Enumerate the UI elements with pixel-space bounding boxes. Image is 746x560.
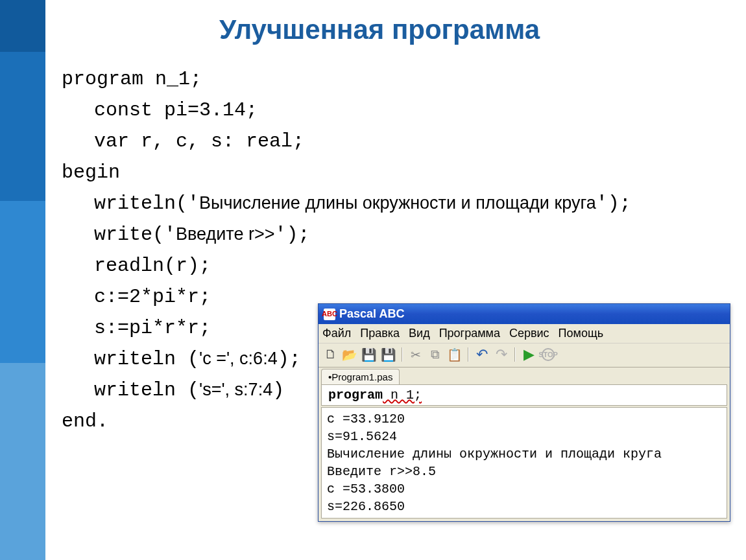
- editor-tabbar: •Program1.pas: [319, 368, 730, 384]
- menu-edit[interactable]: Правка: [360, 327, 400, 340]
- copy-button[interactable]: ⧉: [426, 346, 444, 363]
- window-title: Pascal ABC: [339, 307, 404, 321]
- toolbar: 🗋 📂 💾 💾 ✂ ⧉ 📋 ↶ ↷ ▶ STOP: [319, 343, 730, 368]
- copy-icon: ⧉: [431, 347, 440, 362]
- code-line: write('Введите r>>');: [62, 219, 717, 250]
- run-button[interactable]: ▶: [520, 346, 538, 363]
- code-line: const pi=3.14;: [62, 95, 717, 126]
- code-line: var r, c, s: real;: [62, 126, 717, 157]
- redo-icon: ↷: [496, 346, 507, 363]
- toolbar-separator: [514, 347, 516, 362]
- redo-button[interactable]: ↷: [492, 346, 511, 363]
- code-line: begin: [62, 157, 717, 188]
- stop-button[interactable]: STOP: [539, 346, 557, 363]
- cut-button[interactable]: ✂: [407, 346, 425, 363]
- menu-help[interactable]: Помощь: [559, 327, 604, 340]
- menu-program[interactable]: Программа: [439, 327, 500, 340]
- menu-view[interactable]: Вид: [409, 327, 430, 340]
- save-all-button[interactable]: 💾: [379, 346, 398, 363]
- floppy-stack-icon: 💾: [381, 347, 396, 362]
- app-icon: ABC: [324, 309, 335, 320]
- save-button[interactable]: 💾: [360, 346, 378, 363]
- program-output: c =33.9120 s=91.5624 Вычисление длины ок…: [321, 407, 727, 519]
- undo-icon: ↶: [476, 346, 488, 363]
- pascal-abc-window: ABC Pascal ABC Файл Правка Вид Программа…: [318, 303, 730, 522]
- editor-tab[interactable]: •Program1.pas: [321, 369, 400, 384]
- editor-keyword: program: [328, 388, 383, 402]
- menu-service[interactable]: Сервис: [509, 327, 549, 340]
- new-file-icon: 🗋: [324, 347, 337, 362]
- editor-text: n 1;: [383, 388, 422, 402]
- menu-file[interactable]: Файл: [322, 327, 351, 340]
- left-accent-stripe: [0, 0, 45, 560]
- menubar: Файл Правка Вид Программа Сервис Помощь: [319, 324, 730, 343]
- code-line: readln(r);: [62, 250, 717, 281]
- clipboard-icon: 📋: [447, 347, 463, 362]
- new-file-button[interactable]: 🗋: [321, 346, 339, 363]
- paste-button[interactable]: 📋: [446, 346, 464, 363]
- floppy-icon: 💾: [361, 347, 377, 362]
- toolbar-separator: [402, 347, 403, 362]
- undo-button[interactable]: ↶: [473, 346, 491, 363]
- play-icon: ▶: [523, 346, 535, 363]
- slide-title: Улучшенная программа: [62, 14, 697, 45]
- code-line: program n_1;: [62, 64, 717, 95]
- stop-icon: STOP: [542, 348, 555, 361]
- window-titlebar[interactable]: ABC Pascal ABC: [319, 304, 730, 324]
- code-editor[interactable]: program n 1;: [321, 384, 727, 406]
- open-file-button[interactable]: 📂: [341, 346, 359, 363]
- toolbar-separator: [468, 347, 469, 362]
- code-line: writeln('Вычисление длины окружности и п…: [62, 188, 717, 219]
- open-folder-icon: 📂: [342, 347, 357, 362]
- scissors-icon: ✂: [411, 347, 421, 362]
